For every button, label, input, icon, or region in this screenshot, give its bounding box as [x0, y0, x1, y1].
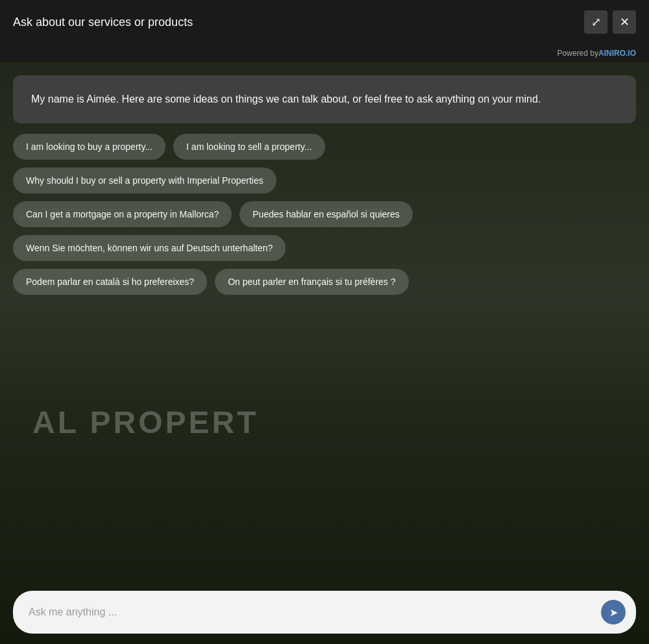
chips-container: I am looking to buy a property... I am l…: [0, 134, 649, 295]
chip-buy-property[interactable]: I am looking to buy a property...: [13, 134, 165, 160]
chip-catalan[interactable]: Podem parlar en català si ho prefereixes…: [13, 269, 207, 295]
chat-area: AL PROPERT My name is Aimée. Here are so…: [0, 62, 649, 644]
top-bar: Ask about our services or products ⤢ ✕: [0, 0, 649, 44]
chip-french[interactable]: On peut parler en français si tu préfère…: [215, 269, 408, 295]
chat-input[interactable]: [29, 606, 596, 618]
chip-why-imperial[interactable]: Why should I buy or sell a property with…: [13, 167, 276, 193]
powered-by-bar: Powered by AINIRO.IO: [0, 44, 649, 62]
chip-german[interactable]: Wenn Sie möchten, können wir uns auf Deu…: [13, 235, 286, 261]
chips-row-2: Why should I buy or sell a property with…: [13, 167, 636, 193]
input-area: ➤: [0, 580, 649, 644]
chat-modal: Ask about our services or products ⤢ ✕ P…: [0, 0, 649, 644]
top-bar-actions: ⤢ ✕: [584, 10, 636, 34]
intro-box: My name is Aimée. Here are some ideas on…: [13, 75, 636, 123]
expand-icon: ⤢: [591, 15, 601, 29]
chips-row-5: Podem parlar en català si ho prefereixes…: [13, 269, 636, 295]
send-button[interactable]: ➤: [601, 600, 626, 625]
intro-message: My name is Aimée. Here are some ideas on…: [31, 91, 618, 108]
close-button[interactable]: ✕: [613, 10, 636, 34]
chips-row-3: Can I get a mortgage on a property in Ma…: [13, 201, 636, 227]
powered-by-text: Powered by: [557, 49, 598, 58]
ainiro-link[interactable]: AINIRO.IO: [598, 49, 636, 58]
chip-spanish[interactable]: Puedes hablar en español si quieres: [239, 201, 413, 227]
expand-button[interactable]: ⤢: [584, 10, 607, 34]
chat-content: My name is Aimée. Here are some ideas on…: [0, 62, 649, 580]
close-icon: ✕: [620, 15, 630, 29]
chip-mortgage[interactable]: Can I get a mortgage on a property in Ma…: [13, 201, 232, 227]
modal-title: Ask about our services or products: [13, 16, 193, 29]
input-wrapper: ➤: [13, 591, 636, 634]
chips-row-1: I am looking to buy a property... I am l…: [13, 134, 636, 160]
chip-sell-property[interactable]: I am looking to sell a property...: [173, 134, 325, 160]
chips-row-4: Wenn Sie möchten, können wir uns auf Deu…: [13, 235, 636, 261]
send-icon: ➤: [609, 606, 618, 619]
